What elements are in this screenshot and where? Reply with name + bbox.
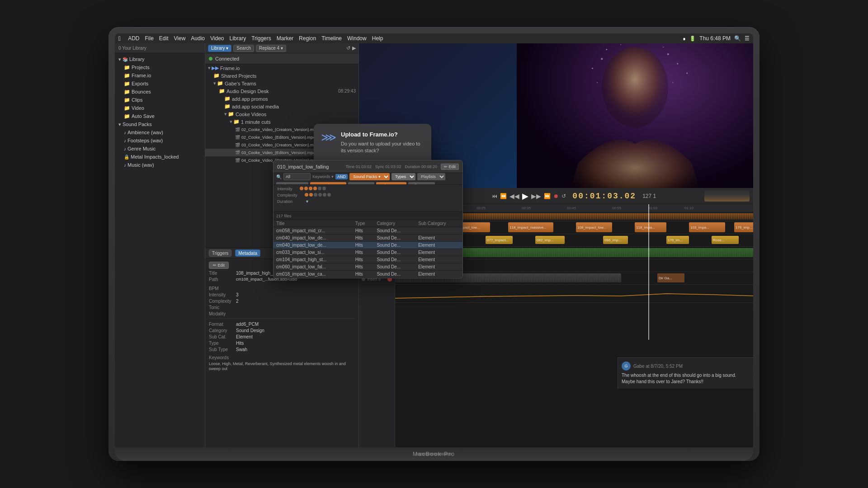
clip-5b[interactable]: Dir Ga... — [657, 273, 684, 282]
search-results-dialog[interactable]: 010_impact_low_falling Time 01:03:02 Syn… — [273, 160, 463, 278]
clip-2e[interactable]: 176_im... — [666, 236, 689, 244]
tree-item-exports[interactable]: 📁 Exports — [115, 80, 205, 88]
tree-item-soundpacks[interactable]: ▾ Sound Packs — [115, 120, 205, 128]
search-btn[interactable]: Search — [233, 45, 254, 52]
clip-7[interactable]: 176_imp... — [734, 222, 753, 232]
rewind[interactable]: ⏪ — [500, 193, 507, 199]
file-item-shared[interactable]: 📁 Shared Projects — [205, 72, 359, 80]
play-btn[interactable]: ▶ — [522, 191, 528, 201]
menu-help[interactable]: Help — [372, 35, 383, 42]
tree-item-frameio[interactable]: 📁 Frame.io — [115, 71, 205, 80]
playlists-filter[interactable]: Playlists — [417, 173, 445, 180]
menu-region[interactable]: Region — [299, 35, 316, 42]
menu-file[interactable]: File — [145, 35, 153, 42]
duration-arrow[interactable]: ▼ — [305, 199, 309, 204]
track-row-6[interactable] — [395, 285, 753, 303]
menu-audio[interactable]: Audio — [191, 35, 205, 42]
search-icon-menu[interactable]: 🔍 — [734, 35, 741, 42]
file-label: Audio Design Desk — [226, 89, 269, 94]
edit-search-btn[interactable]: ✏ Edit — [441, 164, 459, 170]
intensity-dots[interactable] — [300, 187, 326, 191]
library-dropdown-btn[interactable]: Library ▾ — [208, 45, 231, 52]
menu-library[interactable]: Library — [229, 35, 246, 42]
file-item-social[interactable]: 📁 add.app social media — [205, 103, 359, 110]
menu-edit[interactable]: Edit — [159, 35, 169, 42]
clip-2f[interactable]: Rose... — [712, 236, 739, 244]
menu-add[interactable]: ADD — [128, 35, 139, 42]
clip-2c[interactable]: 082_imp... — [535, 236, 565, 244]
complexity-dots[interactable] — [305, 193, 331, 197]
result-row-1[interactable]: cm058_impact_mid_cr... Hits Sound De... — [274, 227, 462, 235]
edit-button[interactable]: ✏ Edit — [209, 262, 229, 269]
file-label: 02_Cooke_Video_(Editors_Version).mp4 — [241, 135, 315, 140]
clip-2d[interactable]: 086_imp... — [603, 236, 628, 244]
result-row-3[interactable]: cm040_impact_low_de... Hits Sound De... … — [274, 242, 462, 249]
step-back[interactable]: ◀◀ — [509, 192, 519, 200]
file-label: 03_Cooke_Video_(Editors_Version).mp4 — [241, 150, 315, 155]
play-preview-icon[interactable]: ▶ — [352, 45, 356, 51]
types-filter[interactable]: Types — [392, 173, 415, 180]
sync-icon[interactable]: ↺ — [346, 45, 350, 51]
tree-item-bounces[interactable]: 📁 Bounces — [115, 88, 205, 96]
triggers-tab[interactable]: Triggers — [209, 249, 231, 257]
svg-point-2 — [601, 58, 603, 60]
tree-item-projects[interactable]: 📁 Projects — [115, 63, 205, 71]
clip-2b[interactable]: 077_impact... — [486, 236, 513, 244]
sound-packs-filter[interactable]: Sound Packs ▾ — [349, 173, 390, 180]
file-item-cooke[interactable]: ▾ 📁 Cooke Videos — [205, 110, 359, 118]
rewind-to-start[interactable]: ⏮ — [492, 193, 497, 199]
menu-triggers[interactable]: Triggers — [251, 35, 271, 42]
tree-item-clips[interactable]: 📁 Clips — [115, 96, 205, 104]
result-subcat-7: Element — [415, 271, 462, 278]
menu-window[interactable]: Window — [347, 35, 367, 42]
metadata-tab[interactable]: Metadata — [235, 249, 260, 257]
tree-item-genre[interactable]: ♪ Genre Music — [115, 145, 205, 153]
file-label: 03_Cooke_Video_(Creators_Version).mp4 — [241, 143, 318, 147]
clip-5[interactable]: 118_impa... — [635, 222, 666, 232]
result-row-7[interactable]: cm018_impact_low_ca... Hits Sound De... … — [274, 271, 462, 278]
step-fwd[interactable]: ▶▶ — [531, 192, 541, 200]
tree-item-video[interactable]: 📁 Video — [115, 104, 205, 112]
result-row-5[interactable]: cm104_impact_high_st... Hits Sound De...… — [274, 256, 462, 263]
tree-item-footsteps[interactable]: ♪ Footsteps (wav) — [115, 136, 205, 145]
file-item-add[interactable]: 📁 Audio Design Desk 08:29:43 — [205, 87, 359, 95]
tree-item-ambience[interactable]: ♪ Ambience (wav) — [115, 128, 205, 136]
menu-video[interactable]: Video — [210, 35, 224, 42]
file-item-gabes-teams[interactable]: ▾ 📁 Gabe's Teams — [205, 80, 359, 87]
clip-4[interactable]: 108_impact_low... — [576, 222, 612, 232]
file-item-frameio[interactable]: ▾ ▶▶ Frame.io — [205, 64, 359, 72]
apple-menu[interactable]:  — [118, 35, 121, 42]
result-row-6[interactable]: cm060_impact_low_fal... Hits Sound De...… — [274, 263, 462, 271]
frameio-icon: ▶▶ — [212, 65, 219, 71]
ruler-55: 00:55 — [612, 206, 621, 210]
tree-item-library[interactable]: ▾ 📚 Library — [115, 55, 205, 63]
clip-6[interactable]: 103_impa... — [689, 222, 725, 232]
tree-item-music[interactable]: ♪ Music (wav) — [115, 161, 205, 169]
fast-fwd[interactable]: ⏩ — [544, 193, 551, 199]
connected-label: Connected — [215, 56, 239, 61]
result-row-2[interactable]: cm040_impact_low_de... Hits Sound De... … — [274, 235, 462, 242]
clip-3[interactable]: 118_impact_massive... — [508, 222, 553, 232]
tree-label: Clips — [132, 97, 142, 103]
file-item-promos[interactable]: 📁 add.app promos — [205, 95, 359, 103]
tree-item-autosave[interactable]: 📁 Auto Save — [115, 112, 205, 120]
audio-icon: ♪ — [124, 163, 126, 168]
result-cat-5: Sound De... — [374, 256, 415, 263]
result-row-4[interactable]: cm033_impact_low_si... Hits Sound De... … — [274, 249, 462, 256]
record-btn[interactable]: ⏺ — [553, 193, 559, 199]
menu-timeline[interactable]: Timeline — [321, 35, 342, 42]
results-table: Title Type Category Sub Category cm058_i… — [274, 220, 462, 278]
loop-btn[interactable]: ↺ — [561, 193, 566, 199]
path-label: Path — [209, 277, 236, 282]
expand-icon: ▾ — [230, 119, 232, 125]
tree-item-metal[interactable]: 🔒 Metal Impacts_locked — [115, 153, 205, 161]
replace-btn[interactable]: Replace 4 ▾ — [256, 45, 286, 52]
keyword-search-input[interactable] — [283, 173, 311, 180]
control-center-icon[interactable]: ☰ — [745, 35, 750, 42]
sync-val: 01:03:02 — [385, 164, 401, 169]
tree-label: Projects — [132, 65, 150, 70]
duration-val: 00:08:20 — [421, 164, 437, 169]
file-browser-toolbar: Library ▾ Search Replace 4 ▾ ↺ ▶ — [205, 43, 359, 53]
menu-marker[interactable]: Marker — [277, 35, 293, 42]
menu-view[interactable]: View — [174, 35, 186, 42]
